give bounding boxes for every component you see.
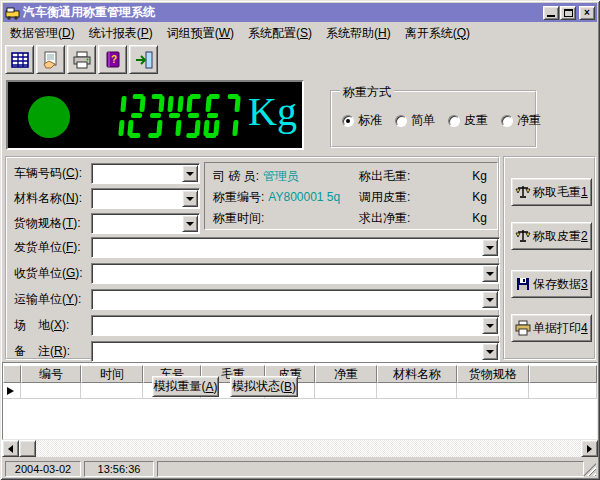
column-header[interactable]: 净重 (315, 365, 377, 383)
operator-label: 司 磅 员: (213, 169, 259, 183)
horizontal-scrollbar[interactable] (2, 440, 598, 457)
scale-icon (515, 228, 531, 244)
dropdown-button[interactable] (482, 291, 498, 308)
vehicle-no-combobox[interactable] (91, 163, 200, 184)
indicator-column-header (3, 365, 21, 383)
receiver-label: 收货单位(G): (14, 263, 92, 284)
net-unit: Kg (472, 208, 487, 228)
table-row[interactable] (3, 383, 597, 399)
close-icon: × (584, 8, 590, 18)
print-icon (515, 320, 531, 336)
receiver-combobox[interactable] (91, 263, 500, 284)
save-data-button[interactable]: 保存数据3 (511, 270, 592, 298)
printer-icon (72, 50, 92, 70)
material-name-combobox[interactable] (91, 188, 200, 209)
table-cell (21, 383, 81, 399)
radio-net[interactable]: 净重 (501, 112, 541, 129)
radio-label: 皮重 (464, 112, 488, 129)
menu-system-config[interactable]: 系统配置(S) (241, 23, 319, 44)
table-cell (457, 383, 529, 399)
radio-label: 标准 (358, 112, 382, 129)
radio-tare[interactable]: 皮重 (448, 112, 488, 129)
material-name-label: 材料名称(N): (14, 188, 92, 209)
vehicle-no-label: 车辆号码(C): (14, 163, 92, 184)
minimize-button[interactable] (543, 6, 559, 20)
column-header[interactable]: 编号 (21, 365, 81, 383)
site-combobox[interactable] (91, 315, 500, 336)
menu-phrase-preset[interactable]: 词组预置(W) (160, 23, 241, 44)
button-label: 保存数据3 (533, 276, 588, 293)
transporter-combobox[interactable] (91, 289, 500, 310)
form-row: 收货单位(G): (7, 263, 498, 284)
chevron-down-icon (186, 197, 194, 201)
radio-icon (501, 115, 513, 127)
dropdown-button[interactable] (182, 215, 198, 232)
radio-standard[interactable]: 标准 (342, 112, 382, 129)
button-label: 称取皮重2 (533, 228, 588, 245)
dropdown-button[interactable] (482, 343, 498, 360)
menu-statistics-report[interactable]: 统计报表(P) (82, 23, 160, 44)
table-header: 编号 时间 车号 毛重 皮重 净重 材料名称 货物规格 (3, 365, 597, 383)
scroll-left-button[interactable] (2, 440, 19, 457)
dropdown-button[interactable] (182, 190, 198, 207)
column-header[interactable]: 货物规格 (457, 365, 529, 383)
column-header[interactable]: 时间 (81, 365, 143, 383)
chevron-down-icon (486, 350, 494, 354)
titlebar[interactable]: 汽车衡通用称重管理系统 × (3, 3, 597, 22)
radio-label: 简单 (411, 112, 435, 129)
column-header[interactable]: 材料名称 (377, 365, 457, 383)
data-grid-icon (10, 50, 30, 70)
resize-grip[interactable] (583, 463, 596, 476)
cargo-spec-combobox[interactable] (91, 213, 200, 234)
status-date: 2004-03-02 (5, 461, 81, 477)
dropdown-button[interactable] (482, 265, 498, 282)
weigh-gross-button[interactable]: 称取毛重1 (511, 178, 592, 206)
dropdown-button[interactable] (482, 239, 498, 256)
menu-data-management[interactable]: 数据管理(D) (3, 23, 82, 44)
radio-icon (448, 115, 460, 127)
simulate-weight-button[interactable]: 模拟重量(A) (152, 376, 219, 397)
table-cell (529, 383, 597, 399)
weigh-mode-options: 标准 简单 皮重 净重 (342, 112, 541, 129)
records-table[interactable]: 编号 时间 车号 毛重 皮重 净重 材料名称 货物规格 (2, 362, 598, 440)
dropdown-button[interactable] (482, 317, 498, 334)
form-row: 备 注(R): (7, 341, 498, 362)
weigh-mode-title: 称重方式 (340, 84, 394, 101)
menu-system-help[interactable]: 系统帮助(H) (319, 23, 398, 44)
dropdown-button[interactable] (182, 165, 198, 182)
help-button[interactable]: ? (98, 45, 127, 74)
toolbar: ? (5, 45, 158, 76)
print-receipt-button[interactable]: 单据打印4 (511, 314, 592, 342)
weigh-no-value: AY800001 5q (268, 190, 340, 204)
app-window: 汽车衡通用称重管理系统 × 数据管理(D) 统计报表(P) 词组预置(W) 系统… (0, 0, 600, 480)
info-row: 称重时间: 求出净重: Kg (213, 208, 489, 228)
form-row: 场 地(X): (7, 315, 498, 336)
weight-display: Kg (6, 80, 304, 150)
report-button[interactable] (36, 45, 65, 74)
svg-text:?: ? (110, 54, 116, 65)
info-row: 司 磅 员:管理员 称出毛重: Kg (213, 166, 489, 186)
help-book-icon: ? (103, 50, 123, 70)
info-row: 称重编号:AY800001 5q 调用皮重: Kg (213, 187, 489, 207)
remark-label: 备 注(R): (14, 341, 92, 362)
print-button[interactable] (67, 45, 96, 74)
data-grid-button[interactable] (5, 45, 34, 74)
simulate-status-button[interactable]: 模拟状态(B) (230, 376, 298, 397)
exit-button[interactable] (129, 45, 158, 74)
close-button[interactable]: × (579, 6, 595, 20)
button-label: 称取毛重1 (533, 184, 588, 201)
shipper-label: 发货单位(F): (14, 237, 92, 258)
chevron-down-icon (186, 172, 194, 176)
remark-combobox[interactable] (91, 341, 500, 362)
scroll-right-button[interactable] (581, 440, 598, 457)
radio-simple[interactable]: 简单 (395, 112, 435, 129)
minimize-icon (547, 15, 555, 17)
maximize-icon (564, 9, 573, 17)
maximize-button[interactable] (560, 6, 576, 20)
current-row-indicator-cell (3, 383, 21, 399)
menu-exit-system[interactable]: 离开系统(Q) (398, 23, 477, 44)
scrollbar-thumb[interactable] (19, 440, 36, 457)
site-label: 场 地(X): (14, 315, 92, 336)
weigh-tare-button[interactable]: 称取皮重2 (511, 222, 592, 250)
shipper-combobox[interactable] (91, 237, 500, 258)
